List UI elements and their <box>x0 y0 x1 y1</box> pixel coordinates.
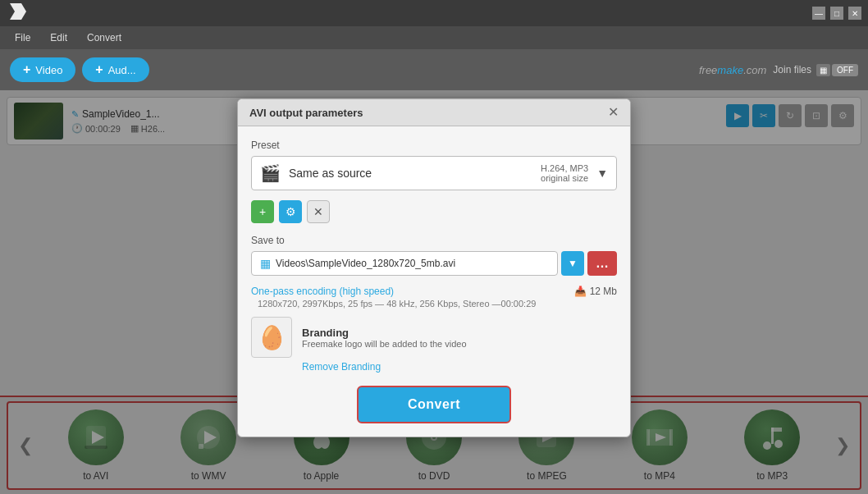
convert-button[interactable]: Convert <box>357 386 511 423</box>
menu-convert[interactable]: Convert <box>79 30 130 46</box>
close-window-button[interactable]: ✕ <box>848 7 861 20</box>
convert-btn-row: Convert <box>251 386 617 423</box>
save-path-display: ▦ Videos\SampleVideo_1280x720_5mb.avi <box>251 251 558 276</box>
window-controls: — □ ✕ <box>812 7 861 20</box>
remove-branding-link[interactable]: Remove Branding <box>302 361 617 373</box>
join-toggle[interactable]: OFF <box>832 64 858 76</box>
modal-close-button[interactable]: ✕ <box>608 106 619 119</box>
minimize-button[interactable]: — <box>812 7 825 20</box>
size-value: 12 Mb <box>590 286 617 297</box>
browse-button[interactable]: … <box>587 251 617 276</box>
save-path-row: ▦ Videos\SampleVideo_1280x720_5mb.avi ▼ … <box>251 251 617 276</box>
save-to-label: Save to <box>251 235 617 246</box>
folder-icon: ▦ <box>260 257 271 270</box>
preset-actions: + ⚙ ✕ <box>251 200 617 223</box>
path-dropdown-button[interactable]: ▼ <box>561 251 584 276</box>
join-files-label: Join files <box>773 64 811 75</box>
size-icon: 📥 <box>574 286 587 297</box>
modal-title: AVI output parameters <box>249 107 363 119</box>
add-video-label: Video <box>35 64 62 76</box>
title-bar: — □ ✕ <box>0 0 868 26</box>
menu-file[interactable]: File <box>7 30 39 46</box>
plus-icon-audio: + <box>95 62 103 77</box>
branding-icon: 🥚 <box>251 317 292 358</box>
toolbar-left: + Video + Aud... <box>10 57 149 82</box>
size-badge: 📥 12 Mb <box>574 286 617 297</box>
settings-preset-button[interactable]: ⚙ <box>279 200 302 223</box>
encoding-link[interactable]: One-pass encoding (high speed) <box>251 286 617 297</box>
toolbar-right: freemake.com Join files ▦ OFF <box>699 64 858 76</box>
branding-row: 🥚 Branding Freemake logo will be added t… <box>251 317 617 358</box>
preset-selector[interactable]: 🎬 Same as source H.264, MP3 original siz… <box>251 156 617 190</box>
menu-edit[interactable]: Edit <box>42 30 75 46</box>
modal-body: Preset 🎬 Same as source H.264, MP3 origi… <box>238 126 630 437</box>
branding-title: Branding <box>302 327 467 339</box>
modal-overlay: AVI output parameters ✕ Preset 🎬 Same as… <box>0 90 868 494</box>
preset-info: H.264, MP3 original size <box>541 163 588 183</box>
add-preset-button[interactable]: + <box>251 200 274 223</box>
modal-dialog: AVI output parameters ✕ Preset 🎬 Same as… <box>237 98 631 437</box>
grid-icon: ▦ <box>816 64 830 76</box>
save-path-text: Videos\SampleVideo_1280x720_5mb.avi <box>276 258 455 269</box>
maximize-button[interactable]: □ <box>830 7 843 20</box>
encoding-section: 📥 12 Mb One-pass encoding (high speed) 1… <box>251 286 617 309</box>
branding-text: Branding Freemake logo will be added to … <box>302 327 467 349</box>
menu-bar: File Edit Convert <box>0 26 868 49</box>
app-window: — □ ✕ File Edit Convert + Video + Aud...… <box>0 0 868 494</box>
delete-preset-button[interactable]: ✕ <box>307 200 330 223</box>
content-area: ✎ SampleVideo_1... 🕐 00:00:29 ▦ H26... <box>0 90 868 494</box>
preset-name: Same as source <box>289 167 532 180</box>
preset-label: Preset <box>251 140 617 151</box>
freemake-logo: freemake.com <box>699 64 766 76</box>
add-audio-button[interactable]: + Aud... <box>82 57 148 82</box>
plus-icon: + <box>23 62 30 77</box>
branding-desc: Freemake logo will be added to the video <box>302 339 467 349</box>
modal-title-bar: AVI output parameters ✕ <box>238 99 630 126</box>
svg-marker-0 <box>10 3 26 20</box>
add-audio-label: Aud... <box>108 64 136 76</box>
film-icon: 🎬 <box>260 163 281 183</box>
join-files-control: Join files ▦ OFF <box>773 64 858 76</box>
app-logo <box>7 0 30 27</box>
encoding-details: 1280x720, 2997Kbps, 25 fps — 48 kHz, 256… <box>258 299 617 309</box>
add-video-button[interactable]: + Video <box>10 57 75 82</box>
toolbar: + Video + Aud... freemake.com Join files… <box>0 49 868 90</box>
preset-dropdown-icon[interactable]: ▼ <box>596 167 608 180</box>
